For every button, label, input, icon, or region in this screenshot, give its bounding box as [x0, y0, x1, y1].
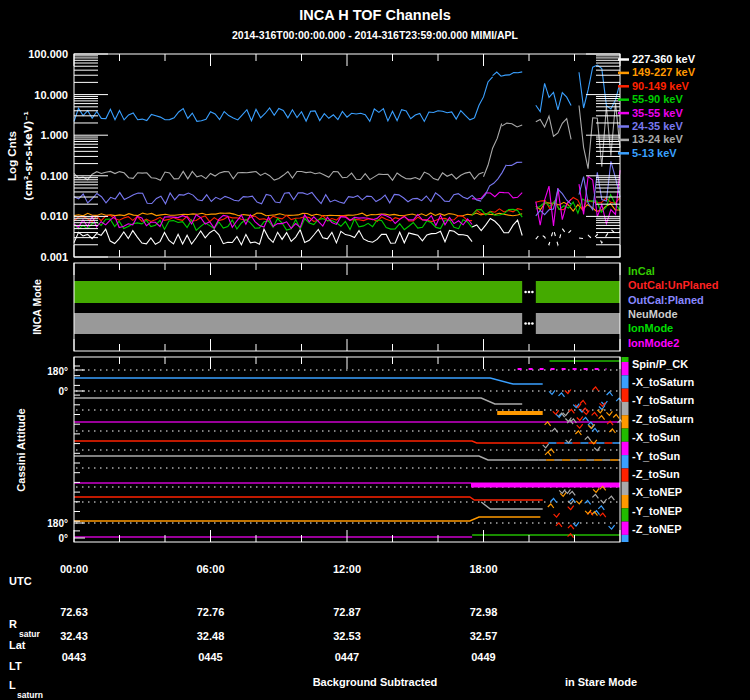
attitude-scatter-mark — [573, 522, 579, 526]
footer: Background Subtracted in Stare Mode — [313, 676, 637, 688]
attitude-scatter-mark — [545, 452, 551, 456]
legend-label-55-90keV: 55-90 keV — [632, 93, 683, 105]
mode-gap-dot — [528, 322, 531, 325]
attitude-scatter-mark — [568, 525, 574, 529]
ephemeris-value: 0445 — [198, 651, 222, 663]
mode-panel: InCalOutCal:UnPlanedOutCal:PlanedNeuMode… — [74, 263, 718, 351]
ephemeris-sublabel-saturn: saturn — [17, 690, 43, 700]
footer-stare-mode: in Stare Mode — [565, 676, 637, 688]
attitude-scatter-mark — [549, 390, 555, 394]
attitude-scatter-mark — [609, 429, 615, 433]
mode-gap-dot — [524, 322, 527, 325]
attitude-scatter-mark — [600, 513, 606, 517]
ephemeris-sublabel-satur: satur — [19, 629, 40, 639]
attitude-axisbar-seg — [622, 482, 629, 495]
attitude-panel-legend: Spin/P_CK-X_toSaturn-Y_toSaturn-Z_toSatu… — [622, 357, 695, 542]
attitude-scatter-mark — [568, 506, 574, 510]
ephemeris-value: 32.43 — [60, 630, 88, 642]
attitude-axisbar-seg — [622, 442, 629, 455]
mode-legend-IonMode: IonMode — [628, 322, 673, 334]
attitude-ytick-label: 0° — [58, 533, 68, 544]
attitude-scatter-mark — [553, 410, 559, 414]
attitude-scatter-mark — [585, 500, 591, 504]
series-13-24keV — [579, 103, 620, 169]
legend-label-5-13keV: 5-13 keV — [632, 147, 677, 159]
mode-gap-dot — [524, 291, 527, 294]
attitude-scatter-mark — [548, 504, 554, 508]
attitude-legend-ZtoSaturn: -Z_toSaturn — [632, 413, 694, 425]
attitude-panel: 180°0°180°0° Spin/P_CK-X_toSaturn-Y_toSa… — [47, 357, 694, 544]
ephemeris-label-L: L — [9, 679, 16, 691]
series-35-55keV — [472, 192, 522, 199]
ytick-label: 0.010 — [40, 210, 68, 222]
top-border — [74, 54, 620, 257]
attitude-scatter-mark — [565, 390, 571, 394]
attitude-ytick-label: 0° — [58, 386, 68, 397]
attitude-scatter-mark — [543, 444, 549, 448]
attitude-axisbar-seg — [622, 522, 629, 535]
attitude-axisbar-seg — [622, 429, 629, 442]
attitude-axisbar-seg — [622, 508, 629, 521]
ephemeris-label-LT: LT — [9, 660, 22, 672]
page-title: INCA H TOF Channels — [299, 7, 450, 23]
ytick-label: 0.001 — [40, 251, 68, 263]
mode-legend-OutCalPlaned: OutCal:Planed — [628, 294, 704, 306]
series-5-13keV — [493, 72, 523, 76]
legend-label-227-360keV: 227-360 keV — [632, 53, 696, 65]
utc-axis-label: UTC — [9, 575, 32, 587]
footer-background-subtracted: Background Subtracted — [313, 676, 438, 688]
utc-tick-label: 06:00 — [196, 563, 224, 575]
ytick-label: 10.000 — [34, 89, 68, 101]
attitude-scatter-mark — [593, 387, 599, 391]
attitude-scatter-mark — [598, 506, 604, 510]
header: INCA H TOF Channels 2014-316T00:00:00.00… — [232, 7, 519, 41]
attitude-axisbar-seg — [622, 535, 629, 542]
utc-tick-label: 18:00 — [469, 563, 497, 575]
attitude-scatter-mark — [592, 412, 598, 416]
legend-label-13-24keV: 13-24 keV — [632, 133, 683, 145]
plot-canvas: INCA H TOF Channels 2014-316T00:00:00.00… — [0, 0, 750, 700]
top-panel-ylabel: Log Cnts (cm²-sr-s-keV)⁻¹ — [6, 111, 34, 201]
ephemeris-value: 0449 — [471, 651, 495, 663]
attitude-scatter-mark — [616, 398, 622, 402]
series-13-24keV — [536, 116, 571, 139]
attitude-scatter-mark — [588, 424, 594, 428]
attitude-legend-XtoSaturn: -X_toSaturn — [632, 376, 695, 388]
mode-bar-NeuMode — [74, 313, 522, 334]
attitude-scatter-mark — [585, 437, 591, 441]
series-5-13keV — [74, 108, 474, 122]
legend-label-35-55keV: 35-55 keV — [632, 107, 683, 119]
series-13-24keV — [74, 171, 484, 180]
ytick-label: 1.000 — [40, 129, 68, 141]
mode-panel-bars — [74, 281, 620, 334]
attitude-scatter-mark — [593, 488, 599, 492]
attitude-legend-XtoSun: -X_toSun — [632, 431, 681, 443]
ytick-label: 0.100 — [40, 170, 68, 182]
attitude-scatter-mark — [559, 393, 565, 397]
attitude-axisbar-seg — [622, 415, 629, 428]
utc-tick-label: 12:00 — [333, 563, 361, 575]
attitude-scatter-mark — [576, 500, 582, 504]
mode-bar-IonMode — [74, 281, 522, 303]
attitude-axisbar-seg — [622, 468, 629, 481]
ephemeris-label-R: R — [9, 618, 17, 630]
attitude-scatter-mark — [583, 417, 589, 421]
top-panel-axis: 0.0010.0100.1001.00010.000100.000 — [28, 48, 620, 263]
mode-gap-dot — [528, 291, 531, 294]
ephemeris-value: 72.76 — [197, 606, 225, 618]
series-5-13keV — [579, 65, 620, 109]
mode-bar-NeuMode — [536, 313, 620, 334]
attitude-axisbar-seg — [622, 357, 629, 362]
series-227-360keV — [536, 229, 571, 245]
series-227-360keV — [74, 229, 472, 245]
attitude-line-y-sun — [74, 456, 538, 460]
attitude-legend-YtoNEP: -Y_toNEP — [632, 505, 682, 517]
mode-legend-OutCalUnPlaned: OutCal:UnPlaned — [628, 279, 718, 291]
ytick-label: 100.000 — [28, 48, 68, 60]
series-5-13keV — [474, 77, 492, 118]
attitude-scatter-mark — [548, 449, 554, 453]
attitude-ytick-label: 180° — [47, 366, 68, 377]
attitude-axisbar-seg — [622, 362, 629, 375]
series-13-24keV — [502, 123, 523, 127]
series-227-360keV — [472, 219, 522, 236]
